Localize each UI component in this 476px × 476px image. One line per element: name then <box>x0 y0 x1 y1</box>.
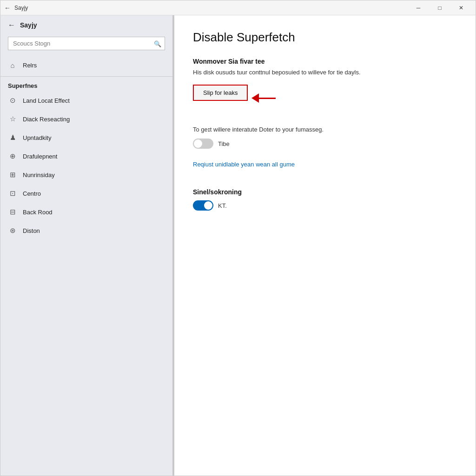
sidebar-item-back-rood-label: Back Rood <box>23 209 53 216</box>
centro-icon: ⊡ <box>8 189 17 198</box>
link-text[interactable]: Reqiust unidlable yean wean all gume <box>193 161 295 168</box>
maximize-button[interactable]: □ <box>429 0 450 15</box>
content-area: ← Sayjy 🔍 ⌂ Relrs Superfnes ⊙ Land Locat… <box>0 15 476 476</box>
back-icon[interactable]: ← <box>4 4 11 12</box>
action-btn-wrapper: Slip for leaks <box>193 85 248 101</box>
section1-description: His disk ousuds tuur conttnul beposuied … <box>193 68 457 77</box>
search-box[interactable]: 🔍 <box>8 37 165 50</box>
sidebar-item-diston[interactable]: ⊛ Diston <box>0 221 172 240</box>
sidebar-header: ← Sayjy <box>0 15 172 35</box>
sidebar-item-home-label: Relrs <box>23 62 37 69</box>
red-arrow <box>251 93 276 103</box>
sidebar: ← Sayjy 🔍 ⌂ Relrs Superfnes ⊙ Land Locat… <box>0 15 172 476</box>
land-locat-effect-icon: ⊙ <box>8 96 17 105</box>
toggle-row: Tibe <box>193 139 457 149</box>
titlebar-controls: ─ □ ✕ <box>408 0 472 15</box>
page-title: Disable Superfetch <box>193 30 457 45</box>
toggle-section: To geɪt willere interatute Doter to your… <box>193 125 457 149</box>
sidebar-item-drafulepnent-label: Drafulepnent <box>23 153 57 160</box>
sidebar-item-centro[interactable]: ⊡ Centro <box>0 184 172 203</box>
arrow-head <box>251 93 259 103</box>
section3-toggle-row: KT. <box>193 200 457 211</box>
section3-toggle-switch[interactable] <box>193 200 213 211</box>
minimize-button[interactable]: ─ <box>408 0 429 15</box>
action-button[interactable]: Slip for leaks <box>193 85 248 101</box>
sidebar-item-upntadkity[interactable]: ♟ Upntadkity <box>0 128 172 147</box>
arrow-line <box>259 98 276 99</box>
sidebar-item-land-locat-effect[interactable]: ⊙ Land Locat Effect <box>0 91 172 110</box>
diack-reseacting-icon: ☆ <box>8 114 17 124</box>
main-panel: Disable Superfetch Wonmover Sia fivar te… <box>174 15 476 476</box>
sidebar-item-diack-reseacting[interactable]: ☆ Diack Reseacting <box>0 110 172 128</box>
sidebar-divider <box>0 76 172 77</box>
close-button[interactable]: ✕ <box>450 0 472 15</box>
sidebar-item-home[interactable]: ⌂ Relrs <box>0 56 172 74</box>
sidebar-item-diack-reseacting-label: Diack Reseacting <box>23 116 70 123</box>
sidebar-item-land-locat-effect-label: Land Locat Effect <box>23 97 70 104</box>
section1-heading: Wonmover Sia fivar tee <box>193 58 457 65</box>
sidebar-item-centro-label: Centro <box>23 190 41 197</box>
sidebar-item-diston-label: Diston <box>23 227 40 234</box>
app-window: ← Sayjy ─ □ ✕ ← Sayjy 🔍 ⌂ Relrs <box>0 0 476 476</box>
toggle-label: Tibe <box>218 140 230 147</box>
sidebar-app-title: Sayjy <box>20 21 37 29</box>
sidebar-item-upntadkity-label: Upntadkity <box>23 134 51 141</box>
sidebar-back-icon[interactable]: ← <box>8 21 15 29</box>
titlebar: ← Sayjy ─ □ ✕ <box>0 0 476 15</box>
sidebar-item-nunrinsiday-label: Nunrinsiday <box>23 172 55 178</box>
home-icon: ⌂ <box>8 60 17 70</box>
search-icon: 🔍 <box>154 40 161 47</box>
sidebar-item-drafulepnent[interactable]: ⊕ Drafulepnent <box>0 147 172 165</box>
toggle-description: To geɪt willere interatute Doter to your… <box>193 125 457 134</box>
back-rood-icon: ⊟ <box>8 207 17 217</box>
sidebar-section-label: Superfnes <box>0 79 172 91</box>
search-input[interactable] <box>8 37 165 50</box>
diston-icon: ⊛ <box>8 226 17 235</box>
toggle-switch[interactable] <box>193 139 213 149</box>
section3: Sinel/sokroning KT. <box>193 188 457 211</box>
section3-toggle-label: KT. <box>218 202 227 209</box>
titlebar-left: ← Sayjy <box>4 4 28 12</box>
sidebar-item-back-rood[interactable]: ⊟ Back Rood <box>0 203 172 221</box>
sidebar-item-nunrinsiday[interactable]: ⊞ Nunrinsiday <box>0 165 172 184</box>
section3-heading: Sinel/sokroning <box>193 188 457 196</box>
upntadkity-icon: ♟ <box>8 133 17 142</box>
titlebar-title: Sayjy <box>14 5 28 11</box>
nunrinsiday-icon: ⊞ <box>8 170 17 179</box>
drafulepnent-icon: ⊕ <box>8 152 17 161</box>
